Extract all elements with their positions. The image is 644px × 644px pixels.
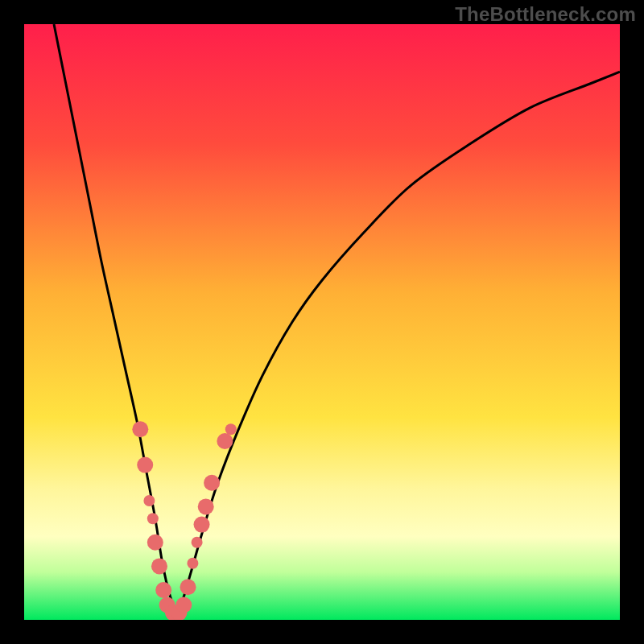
chart-container: TheBottleneck.com (0, 0, 644, 644)
data-point-marker (137, 457, 153, 473)
data-point-marker (132, 421, 148, 437)
data-point-marker (155, 582, 171, 598)
data-point-marker (217, 433, 233, 449)
data-point-marker (194, 517, 210, 533)
data-point-marker (180, 579, 196, 595)
data-point-marker (204, 475, 220, 491)
watermark-text: TheBottleneck.com (455, 3, 636, 26)
data-point-markers (132, 421, 236, 620)
data-point-marker (187, 558, 198, 569)
plot-area (24, 24, 620, 620)
data-point-marker (147, 513, 159, 524)
data-point-marker (151, 558, 167, 574)
data-point-marker (198, 498, 214, 514)
curve-layer (24, 24, 620, 620)
data-point-marker (143, 495, 155, 506)
data-point-marker (225, 423, 237, 435)
data-point-marker (147, 535, 163, 551)
bottleneck-curve (54, 24, 620, 611)
data-point-marker (175, 597, 192, 613)
data-point-marker (192, 537, 203, 548)
